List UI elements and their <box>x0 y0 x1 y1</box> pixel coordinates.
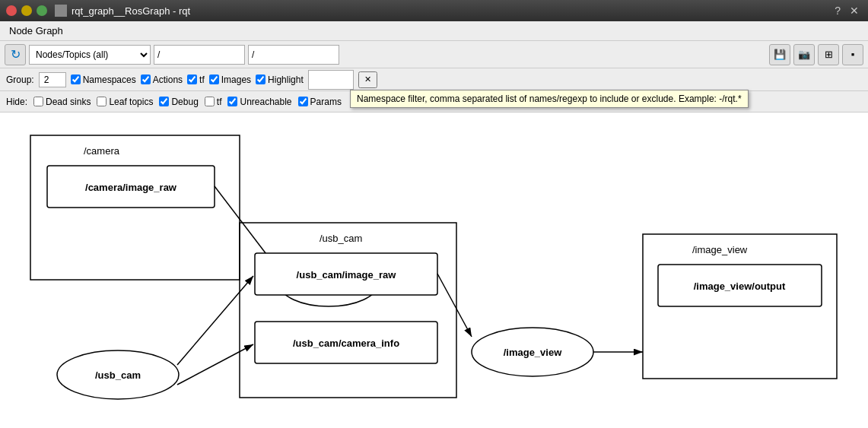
image-view-label: /image_view <box>504 347 562 358</box>
image-view-output-label: /image_view/output <box>694 281 786 292</box>
window-close-button[interactable]: ✕ <box>847 5 862 17</box>
tf-checkbox[interactable] <box>187 75 197 84</box>
debug-checkbox[interactable] <box>159 97 169 106</box>
tf-hide-text: tf <box>217 97 222 107</box>
options-button[interactable]: ▪ <box>842 44 863 65</box>
tf-checkbox-label[interactable]: tf <box>187 75 205 85</box>
fit-icon: ⊞ <box>825 49 833 60</box>
dead-sinks-text: Dead sinks <box>46 97 91 107</box>
titlebar: rqt_graph__RosGraph - rqt ? ✕ <box>0 0 868 21</box>
graph-area[interactable]: /camera /camera/image_raw /Mono /usb_cam… <box>0 113 868 428</box>
images-label: Images <box>221 75 251 85</box>
save-icon: 💾 <box>774 49 786 60</box>
dead-sinks-label[interactable]: Dead sinks <box>33 97 91 107</box>
toolbar: ↻ Nodes/Topics (all) Nodes only Topics o… <box>0 41 868 68</box>
leaf-topics-checkbox[interactable] <box>97 97 107 106</box>
group-label: Group: <box>6 75 34 85</box>
hide-label: Hide: <box>6 97 27 107</box>
filter1-input[interactable] <box>154 45 245 65</box>
view-select[interactable]: Nodes/Topics (all) Nodes only Topics onl… <box>29 45 151 65</box>
group-input[interactable] <box>39 72 66 87</box>
arrow-usb-cam-image <box>177 276 253 365</box>
app-icon <box>55 5 67 17</box>
leaf-topics-label[interactable]: Leaf topics <box>97 97 153 107</box>
namespace-tooltip: Namespace filter, comma separated list o… <box>350 90 749 108</box>
tf-hide-checkbox[interactable] <box>205 97 215 106</box>
usb-cam-namespace-label: /usb_cam <box>320 233 362 244</box>
images-checkbox[interactable] <box>209 75 219 84</box>
close-button[interactable] <box>6 5 17 16</box>
camera-image-raw-label: /camera/image_raw <box>85 182 177 193</box>
save-button[interactable]: 💾 <box>769 44 790 65</box>
unreachable-text: Unreachable <box>240 97 291 107</box>
highlight-input[interactable] <box>308 70 354 90</box>
refresh-button[interactable]: ↻ <box>5 44 26 65</box>
actions-checkbox[interactable] <box>141 75 151 84</box>
clear-icon: ✕ <box>364 75 371 84</box>
window-title: rqt_graph__RosGraph - rqt <box>72 5 827 17</box>
node-graph-menu[interactable]: Node Graph <box>3 24 69 38</box>
namespaces-label: Namespaces <box>83 75 136 85</box>
help-button[interactable]: ? <box>831 5 844 17</box>
unreachable-label[interactable]: Unreachable <box>227 97 291 107</box>
leaf-topics-text: Leaf topics <box>109 97 153 107</box>
image-view-namespace-label: /image_view <box>692 244 748 255</box>
actions-checkbox-label[interactable]: Actions <box>141 75 183 85</box>
refresh-icon: ↻ <box>11 47 21 62</box>
usb-cam-image-raw-label: /usb_cam/image_raw <box>297 269 397 281</box>
actions-label: Actions <box>153 75 183 85</box>
usb-cam-node-label: /usb_cam <box>95 369 141 381</box>
namespaces-checkbox-label[interactable]: Namespaces <box>71 75 136 85</box>
filterbar: Group: Namespaces Actions tf Images High… <box>0 68 868 91</box>
tf-label: tf <box>199 75 205 85</box>
images-checkbox-label[interactable]: Images <box>209 75 251 85</box>
graph-svg: /camera /camera/image_raw /Mono /usb_cam… <box>0 113 868 428</box>
camera-namespace-label: /camera <box>84 145 120 157</box>
menubar: Node Graph <box>0 21 868 41</box>
filter-clear-button[interactable]: ✕ <box>358 71 377 88</box>
namespaces-checkbox[interactable] <box>71 75 81 84</box>
debug-text: Debug <box>171 97 198 107</box>
tf-hide-label[interactable]: tf <box>205 97 222 107</box>
usb-cam-camera-info-label: /usb_cam/camera_info <box>293 338 399 349</box>
params-text: Params <box>310 97 342 107</box>
dots-icon: ▪ <box>851 49 855 60</box>
params-label[interactable]: Params <box>298 97 342 107</box>
highlight-checkbox-label[interactable]: Highlight <box>256 75 304 85</box>
maximize-button[interactable] <box>37 5 47 16</box>
arrow-image-raw-view <box>437 274 472 337</box>
debug-label[interactable]: Debug <box>159 97 198 107</box>
minimize-button[interactable] <box>21 5 32 16</box>
params-checkbox[interactable] <box>298 97 308 106</box>
fit-button[interactable]: ⊞ <box>818 44 839 65</box>
camera-icon: 📷 <box>798 49 810 60</box>
highlight-checkbox[interactable] <box>256 75 265 84</box>
usb-cam-namespace-box <box>240 223 456 398</box>
screenshot-button[interactable]: 📷 <box>793 44 815 65</box>
highlight-label: Highlight <box>268 75 304 85</box>
arrow-usb-cam-info <box>177 344 253 385</box>
tooltip-text: Namespace filter, comma separated list o… <box>357 94 742 104</box>
filter2-input[interactable] <box>248 45 339 65</box>
dead-sinks-checkbox[interactable] <box>33 97 43 106</box>
unreachable-checkbox[interactable] <box>227 97 237 106</box>
